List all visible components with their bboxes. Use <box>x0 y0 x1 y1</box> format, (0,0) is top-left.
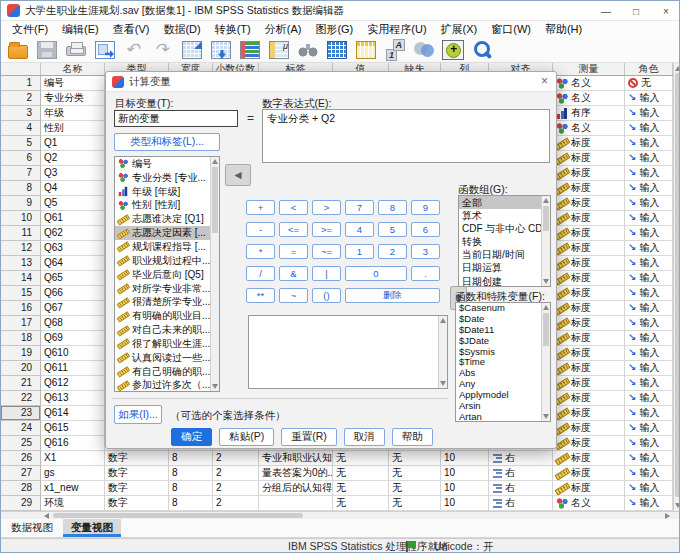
function-item[interactable]: $Date <box>456 314 550 325</box>
role-cell[interactable]: ↘输入 <box>625 151 673 166</box>
function-item[interactable]: Artan <box>456 412 550 422</box>
menu-item-2[interactable]: 查看(V) <box>106 22 157 37</box>
variable-list-item[interactable]: 毕业后意向 [Q5] <box>115 268 219 282</box>
variable-list-item[interactable]: 参加过许多次（... <box>115 379 219 393</box>
width-cell[interactable]: 8 <box>169 451 213 466</box>
variable-list-scrollbar[interactable] <box>210 157 219 391</box>
role-cell[interactable]: ↘输入 <box>625 286 673 301</box>
variable-name-cell[interactable]: Q61 <box>41 211 105 226</box>
scroll-down-icon[interactable] <box>543 414 549 419</box>
variable-name-cell[interactable]: 编号 <box>41 76 105 91</box>
values-cell[interactable]: 无 <box>333 481 389 496</box>
missing-cell[interactable]: 无 <box>389 466 441 481</box>
role-cell[interactable]: ↘输入 <box>625 181 673 196</box>
role-cell[interactable]: ↘输入 <box>625 301 673 316</box>
cancel-button[interactable]: 取消 <box>344 428 385 446</box>
measure-cell[interactable]: 标度 <box>553 481 625 496</box>
row-number-cell[interactable]: 19 <box>1 346 41 361</box>
key-decimal[interactable]: . <box>411 266 440 281</box>
function-group-item[interactable]: CDF 与非中心 CDF <box>459 222 550 235</box>
measure-cell[interactable]: 标度 <box>553 421 625 436</box>
variable-list-item[interactable]: 规划课程指导 [... <box>115 240 219 254</box>
measure-cell[interactable]: 标度 <box>553 301 625 316</box>
type-cell[interactable]: 数字 <box>105 466 169 481</box>
type-cell[interactable]: 数字 <box>105 481 169 496</box>
function-item[interactable]: $Time <box>456 357 550 368</box>
menu-item-3[interactable]: 数据(D) <box>156 22 207 37</box>
function-group-item[interactable]: 当前日期/时间 <box>459 248 550 261</box>
row-number-cell[interactable]: 25 <box>1 436 41 451</box>
measure-cell[interactable]: 标度 <box>553 361 625 376</box>
role-cell[interactable]: ↘输入 <box>625 406 673 421</box>
minimize-button[interactable]: — <box>591 1 621 21</box>
decimals-cell[interactable]: 2 <box>213 481 259 496</box>
width-cell[interactable]: 8 <box>169 496 213 511</box>
select-cases-icon[interactable] <box>442 40 464 60</box>
key-digit-2[interactable]: 2 <box>378 244 407 259</box>
variable-list-item[interactable]: 职业规划过程中... <box>115 254 219 268</box>
measure-cell[interactable]: 标度 <box>553 391 625 406</box>
variable-name-cell[interactable]: Q62 <box>41 226 105 241</box>
function-group-list[interactable]: 全部算术CDF 与非中心 CDF转换当前日期/时间日期运算日期创建 <box>458 195 551 287</box>
menu-item-1[interactable]: 编辑(E) <box>55 22 106 37</box>
function-group-scrollbar[interactable] <box>541 196 550 286</box>
variable-name-cell[interactable]: 专业分类 <box>41 91 105 106</box>
variable-list-item[interactable]: 性别 [性别] <box>115 199 219 213</box>
variable-name-cell[interactable]: Q68 <box>41 316 105 331</box>
dialog-title-bar[interactable]: 计算变量 × <box>106 72 556 92</box>
measure-cell[interactable]: 名义 <box>553 496 625 511</box>
undo-icon[interactable] <box>123 40 145 60</box>
row-number-cell[interactable]: 2 <box>1 91 41 106</box>
variable-name-cell[interactable]: Q1 <box>41 136 105 151</box>
key-not[interactable]: ~ <box>279 288 308 303</box>
variable-list-item[interactable]: 有自己明确的职... <box>115 365 219 379</box>
function-item[interactable]: Any <box>456 379 550 390</box>
variable-name-cell[interactable]: Q65 <box>41 271 105 286</box>
scroll-thumb[interactable] <box>543 206 549 231</box>
key-equals[interactable]: = <box>279 244 308 259</box>
measure-cell[interactable]: 名义 <box>553 91 625 106</box>
recall-dialogs-icon[interactable] <box>94 40 116 60</box>
key-divide[interactable]: / <box>246 266 275 281</box>
scroll-up-icon[interactable] <box>440 318 446 323</box>
measure-cell[interactable]: 标度 <box>553 436 625 451</box>
key-multiply[interactable]: * <box>246 244 275 259</box>
measure-cell[interactable]: 标度 <box>553 166 625 181</box>
values-cell[interactable]: 无 <box>333 496 389 511</box>
role-cell[interactable]: ↘输入 <box>625 331 673 346</box>
variable-name-cell[interactable]: Q64 <box>41 256 105 271</box>
decimals-cell[interactable]: 2 <box>213 451 259 466</box>
variable-list-item[interactable]: 编号 <box>115 157 219 171</box>
row-number-cell[interactable]: 21 <box>1 376 41 391</box>
decimals-cell[interactable]: 2 <box>213 496 259 511</box>
variable-name-cell[interactable]: x1_new <box>41 481 105 496</box>
measure-cell[interactable]: 标度 <box>553 241 625 256</box>
values-cell[interactable]: 无 <box>333 451 389 466</box>
variable-list-item[interactable]: 对自己未来的职... <box>115 323 219 337</box>
menu-item-8[interactable]: 扩展(X) <box>434 22 485 37</box>
ok-button[interactable]: 确定 <box>171 428 212 446</box>
role-cell[interactable]: ↘输入 <box>625 316 673 331</box>
variable-list-item[interactable]: 有明确的职业目... <box>115 309 219 323</box>
row-number-cell[interactable]: 28 <box>1 481 41 496</box>
row-number-cell[interactable]: 8 <box>1 181 41 196</box>
variables-icon[interactable] <box>239 40 261 60</box>
function-group-item[interactable]: 全部 <box>459 196 550 209</box>
align-cell[interactable]: 右 <box>489 496 553 511</box>
variable-list-item[interactable]: 年级 [年级] <box>115 185 219 199</box>
variable-name-cell[interactable]: Q67 <box>41 301 105 316</box>
variable-name-cell[interactable]: Q3 <box>41 166 105 181</box>
decimals-cell[interactable]: 2 <box>213 466 259 481</box>
role-cell[interactable]: ↘输入 <box>625 361 673 376</box>
function-item[interactable]: Arsin <box>456 401 550 412</box>
variable-name-cell[interactable]: X1 <box>41 451 105 466</box>
variable-name-cell[interactable]: Q610 <box>41 346 105 361</box>
variable-name-cell[interactable]: 环境 <box>41 496 105 511</box>
variable-name-cell[interactable]: Q5 <box>41 196 105 211</box>
role-cell[interactable]: ↘输入 <box>625 466 673 481</box>
variable-name-cell[interactable]: Q612 <box>41 376 105 391</box>
key-greater[interactable]: > <box>312 200 341 215</box>
measure-cell[interactable]: 标度 <box>553 406 625 421</box>
role-cell[interactable]: ↘输入 <box>625 211 673 226</box>
function-item[interactable]: $Date11 <box>456 325 550 336</box>
